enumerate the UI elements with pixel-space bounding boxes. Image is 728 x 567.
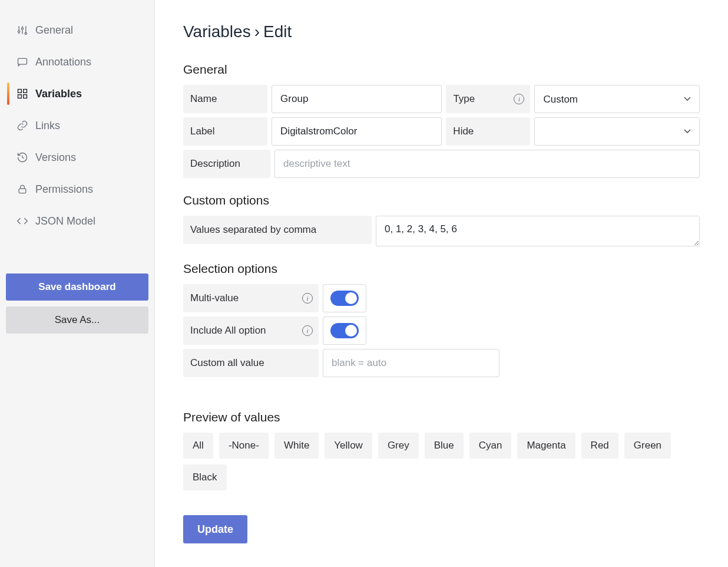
svg-rect-6 bbox=[18, 95, 22, 98]
svg-rect-3 bbox=[18, 58, 27, 64]
svg-rect-7 bbox=[24, 95, 27, 98]
sidebar-item-label: Annotations bbox=[35, 56, 91, 68]
svg-rect-8 bbox=[19, 189, 26, 193]
preview-chip: All bbox=[183, 433, 213, 459]
custom-all-value-label: Custom all value bbox=[183, 349, 319, 377]
hide-select[interactable] bbox=[534, 117, 700, 146]
svg-point-1 bbox=[21, 28, 23, 29]
preview-chip: Black bbox=[183, 464, 227, 490]
label-input[interactable] bbox=[272, 117, 442, 146]
sidebar-item-label: JSON Model bbox=[35, 215, 95, 228]
section-heading-general: General bbox=[183, 62, 700, 77]
code-icon bbox=[16, 215, 28, 227]
preview-chip: Magenta bbox=[517, 433, 575, 459]
name-input[interactable] bbox=[272, 85, 442, 113]
preview-chip: Blue bbox=[425, 433, 464, 459]
sidebar-item-variables[interactable]: Variables bbox=[0, 78, 154, 110]
sliders-icon bbox=[16, 24, 28, 36]
history-icon bbox=[16, 151, 28, 163]
label-label: Label bbox=[183, 117, 267, 146]
link-icon bbox=[16, 120, 28, 131]
sidebar-item-label: Links bbox=[35, 120, 60, 132]
settings-sidebar: GeneralAnnotationsVariablesLinksVersions… bbox=[0, 0, 155, 567]
custom-all-value-input[interactable] bbox=[323, 349, 499, 377]
section-heading-custom-options: Custom options bbox=[183, 193, 700, 207]
sidebar-item-versions[interactable]: Versions bbox=[0, 141, 154, 173]
preview-chip: Cyan bbox=[469, 433, 512, 459]
sidebar-item-json-model[interactable]: JSON Model bbox=[0, 205, 154, 237]
update-button[interactable]: Update bbox=[183, 515, 247, 543]
type-label: Type i bbox=[446, 85, 530, 113]
info-icon[interactable]: i bbox=[302, 325, 313, 336]
type-select[interactable]: Custom bbox=[534, 85, 700, 113]
sidebar-item-label: Permissions bbox=[35, 183, 93, 196]
grid-icon bbox=[16, 88, 28, 100]
preview-chip: Yellow bbox=[325, 433, 372, 459]
lock-icon bbox=[16, 183, 28, 195]
description-input[interactable] bbox=[274, 150, 700, 178]
section-heading-preview: Preview of values bbox=[183, 410, 700, 424]
main-content: Variables›Edit General Name Type i Custo… bbox=[155, 0, 728, 567]
sidebar-item-links[interactable]: Links bbox=[0, 110, 154, 141]
multi-value-label: Multi-value i bbox=[183, 284, 319, 312]
sidebar-item-permissions[interactable]: Permissions bbox=[0, 173, 154, 205]
breadcrumb-leaf: Edit bbox=[263, 22, 292, 41]
svg-rect-5 bbox=[24, 90, 27, 93]
sidebar-item-annotations[interactable]: Annotations bbox=[0, 46, 154, 78]
save-dashboard-button[interactable]: Save dashboard bbox=[6, 273, 148, 301]
multi-value-toggle[interactable] bbox=[323, 284, 366, 312]
breadcrumb-root[interactable]: Variables bbox=[183, 22, 251, 41]
sidebar-item-label: Versions bbox=[35, 151, 76, 164]
svg-rect-4 bbox=[18, 90, 22, 93]
info-icon[interactable]: i bbox=[302, 293, 313, 304]
page-title: Variables›Edit bbox=[183, 22, 700, 41]
include-all-label: Include All option i bbox=[183, 317, 319, 345]
preview-chip: Red bbox=[581, 433, 618, 459]
description-label: Description bbox=[183, 150, 270, 178]
svg-point-0 bbox=[18, 31, 20, 32]
sidebar-item-general[interactable]: General bbox=[0, 14, 154, 46]
values-separated-label: Values separated by comma bbox=[183, 216, 372, 244]
sidebar-item-label: General bbox=[35, 24, 73, 37]
preview-chip: White bbox=[274, 433, 319, 459]
section-heading-selection-options: Selection options bbox=[183, 262, 700, 276]
sidebar-item-label: Variables bbox=[35, 88, 82, 100]
svg-point-2 bbox=[25, 32, 27, 34]
name-label: Name bbox=[183, 85, 267, 113]
custom-values-input[interactable] bbox=[376, 216, 700, 246]
preview-chip: -None- bbox=[219, 433, 269, 459]
include-all-toggle[interactable] bbox=[323, 317, 366, 345]
save-as-button[interactable]: Save As... bbox=[6, 306, 148, 334]
hide-label: Hide bbox=[446, 117, 530, 146]
preview-chip: Green bbox=[624, 433, 671, 459]
info-icon[interactable]: i bbox=[514, 94, 524, 104]
preview-chip: Grey bbox=[378, 433, 419, 459]
comment-icon bbox=[16, 56, 28, 68]
